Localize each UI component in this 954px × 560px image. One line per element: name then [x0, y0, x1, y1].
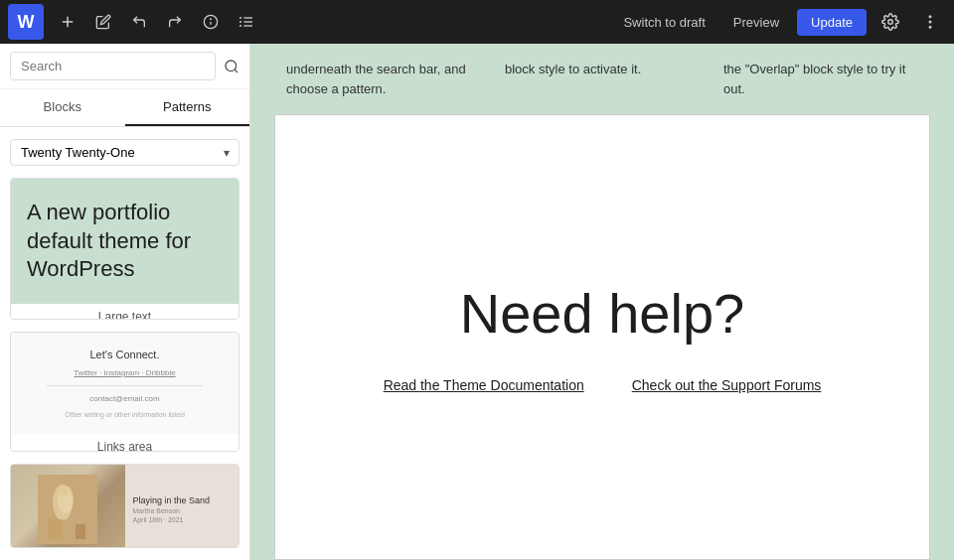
- svg-point-12: [929, 16, 931, 18]
- svg-line-16: [235, 70, 238, 72]
- img-subtitle: Martha Benson: [133, 507, 232, 514]
- search-input[interactable]: [10, 52, 216, 80]
- editor-canvas: Need help? Read the Theme Documentation …: [274, 114, 930, 560]
- pattern-preview-links: Let's Connect. Twitter · Instagram · Dri…: [11, 333, 238, 434]
- editor-col-3: the "Overlap" block style to try it out.: [712, 60, 930, 98]
- search-bar: [0, 44, 249, 89]
- more-options-button[interactable]: [914, 6, 946, 38]
- pattern-links-label: Links area: [11, 434, 238, 452]
- tabs: Blocks Patterns: [0, 89, 249, 127]
- theme-select[interactable]: Twenty Twenty-One Twenty Twenty-Two Twen…: [10, 139, 239, 166]
- links-social: Twitter · Instagram · Dribbble: [74, 368, 175, 377]
- svg-point-14: [929, 27, 931, 29]
- sidebar-content: Twenty Twenty-One Twenty Twenty-Two Twen…: [0, 127, 249, 560]
- svg-rect-22: [76, 524, 85, 539]
- pattern-card-links-area[interactable]: Let's Connect. Twitter · Instagram · Dri…: [10, 332, 239, 452]
- pattern-preview-image: Playing in the Sand Martha Benson April …: [11, 465, 238, 548]
- help-links: Read the Theme Documentation Check out t…: [384, 377, 822, 393]
- svg-point-15: [226, 61, 237, 71]
- pattern-img-left: [11, 465, 125, 548]
- pattern-card-image-text[interactable]: Playing in the Sand Martha Benson April …: [10, 464, 239, 548]
- tab-patterns[interactable]: Patterns: [125, 89, 250, 126]
- toolbar: W Switch to draft Preview Update: [0, 0, 954, 44]
- painting-svg: [38, 475, 97, 544]
- svg-rect-20: [48, 519, 63, 539]
- edit-button[interactable]: [87, 6, 119, 38]
- pattern-preview-large-text: A new portfolio default theme for WordPr…: [11, 179, 238, 304]
- search-submit-button[interactable]: [224, 59, 239, 74]
- support-forums-link[interactable]: Check out the Support Forums: [632, 377, 822, 393]
- toolbar-left: W: [8, 4, 262, 40]
- redo-button[interactable]: [159, 6, 191, 38]
- pattern-large-text-content: A new portfolio default theme for WordPr…: [27, 199, 223, 284]
- wp-logo[interactable]: W: [8, 4, 44, 40]
- links-contact: contact@email.com: [89, 394, 159, 403]
- preview-button[interactable]: Preview: [723, 9, 789, 36]
- links-divider: [47, 385, 204, 386]
- switch-to-draft-button[interactable]: Switch to draft: [613, 9, 715, 36]
- editor-col-1: underneath the search bar, and choose a …: [274, 60, 493, 98]
- pattern-large-text-label: Large text: [11, 304, 238, 320]
- img-date: April 18th · 2021: [133, 516, 232, 523]
- add-block-button[interactable]: [52, 6, 83, 38]
- img-title: Playing in the Sand: [133, 495, 232, 505]
- editor-top-text: underneath the search bar, and choose a …: [250, 44, 954, 114]
- editor-col-2: block style to activate it.: [493, 60, 712, 98]
- svg-point-21: [57, 485, 69, 496]
- pattern-card-large-text[interactable]: A new portfolio default theme for WordPr…: [10, 178, 239, 320]
- read-docs-link[interactable]: Read the Theme Documentation: [384, 377, 584, 393]
- need-help-heading: Need help?: [460, 281, 744, 346]
- toolbar-right: Switch to draft Preview Update: [613, 6, 946, 38]
- theme-select-wrap: Twenty Twenty-One Twenty Twenty-Two Twen…: [10, 139, 239, 166]
- pattern-img-right: Playing in the Sand Martha Benson April …: [125, 465, 239, 548]
- tab-blocks[interactable]: Blocks: [0, 89, 125, 126]
- links-connect-title: Let's Connect.: [90, 349, 160, 360]
- info-button[interactable]: [195, 6, 227, 38]
- main-area: Blocks Patterns Twenty Twenty-One Twenty…: [0, 44, 954, 560]
- undo-button[interactable]: [123, 6, 155, 38]
- links-footer-text: Other writing or other information liste…: [65, 411, 185, 418]
- update-button[interactable]: Update: [797, 9, 867, 36]
- settings-button[interactable]: [874, 6, 906, 38]
- svg-point-11: [888, 20, 893, 25]
- sidebar: Blocks Patterns Twenty Twenty-One Twenty…: [0, 44, 250, 560]
- svg-point-13: [929, 21, 931, 23]
- list-view-button[interactable]: [231, 6, 262, 38]
- editor: underneath the search bar, and choose a …: [250, 44, 954, 560]
